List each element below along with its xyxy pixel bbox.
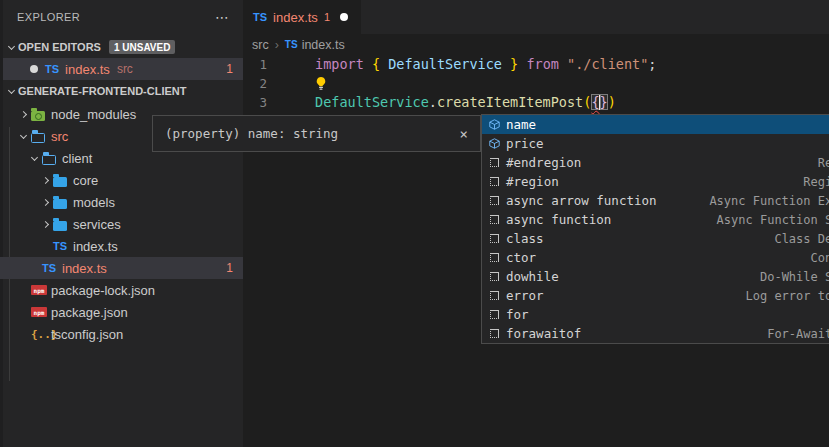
explorer-title: EXPLORER (17, 11, 215, 23)
suggestion-label: class (506, 231, 544, 246)
suggestion-ctor[interactable]: ctorConstructor (482, 248, 829, 267)
suggestion-detail: Region Start (803, 175, 829, 189)
unsaved-dot-icon[interactable] (340, 13, 348, 21)
snippet-icon (486, 231, 502, 247)
tab-error-count: 1 (324, 11, 330, 23)
tree-item-tsconfig.json[interactable]: {..}tsconfig.json (0, 323, 243, 345)
snippet-icon (486, 193, 502, 209)
suggestion-detail: Async Function Expression (709, 194, 829, 208)
suggestion-label: for (506, 307, 529, 322)
symbol-field-icon (486, 117, 502, 133)
snippet-icon (486, 269, 502, 285)
tree-item-label: index.ts (62, 261, 107, 276)
tree-item-index.ts[interactable]: TSindex.ts (0, 235, 243, 257)
breadcrumb-separator: › (275, 38, 279, 52)
chevron-down-icon[interactable] (7, 86, 14, 93)
snippet-icon (486, 212, 502, 228)
open-editors-section-header[interactable]: OPEN EDITORS 1 UNSAVED (0, 36, 243, 58)
code-line-3[interactable]: 3DefaultService.createItemItemPost({}) (243, 93, 829, 112)
suggestion-async-function[interactable]: async functionAsync Function Statement (482, 210, 829, 229)
tree-item-models[interactable]: models (0, 191, 243, 213)
explorer-sidebar: EXPLORER ⋯ OPEN EDITORS 1 UNSAVED TS ind… (0, 0, 243, 447)
folder-icon (53, 177, 67, 187)
folder-icon (53, 221, 67, 231)
folder-icon (53, 199, 67, 209)
code-area[interactable]: 1import { DefaultService } from "./clien… (243, 55, 829, 112)
snippet-icon (486, 250, 502, 266)
suggest-widget: nameprice#endregionRegion End#regionRegi… (481, 114, 829, 344)
tree-item-label: node_modules (51, 107, 136, 122)
code-line-2[interactable]: 2 (243, 74, 829, 93)
suggestion-#endregion[interactable]: #endregionRegion End (482, 153, 829, 172)
suggestion-label: #region (506, 174, 559, 189)
folder-open-icon (42, 155, 56, 165)
more-actions-icon[interactable]: ⋯ (215, 12, 229, 22)
suggestion-label: price (506, 136, 544, 151)
typescript-file-icon: TS (53, 240, 67, 252)
hover-text: (property) name: string (165, 126, 338, 141)
breadcrumb-folder[interactable]: src (252, 38, 269, 52)
snippet-icon (486, 155, 502, 171)
suggestion-forawaitof[interactable]: forawaitofFor-Await-Of Loop (482, 324, 829, 343)
explorer-header: EXPLORER ⋯ (0, 0, 243, 33)
tree-item-package.json[interactable]: npmpackage.json (0, 301, 243, 323)
suggestion-#region[interactable]: #regionRegion Start (482, 172, 829, 191)
chevron-down-icon[interactable] (31, 153, 38, 160)
chevron-right-icon[interactable] (20, 110, 27, 117)
suggestion-detail: Log error to console (746, 289, 829, 303)
suggestion-async-arrow-function[interactable]: async arrow functionAsync Function Expre… (482, 191, 829, 210)
snippet-icon (486, 174, 502, 190)
npm-icon: npm (31, 285, 47, 295)
symbol-field-icon (486, 136, 502, 152)
suggestion-error[interactable]: errorLog error to console (482, 286, 829, 305)
vscode-window: EXPLORER ⋯ OPEN EDITORS 1 UNSAVED TS ind… (0, 0, 829, 447)
tree-item-services[interactable]: services (0, 213, 243, 235)
tree-item-label: package.json (51, 305, 128, 320)
project-label: GENERATE-FRONTEND-CLIENT (18, 85, 186, 97)
error-count-badge: 1 (226, 62, 233, 76)
typescript-file-icon: TS (285, 39, 298, 50)
tab-index-ts[interactable]: TS index.ts 1 (243, 0, 361, 34)
chevron-right-icon[interactable] (42, 176, 49, 183)
npm-icon: npm (31, 307, 47, 317)
modified-dot-icon[interactable] (30, 65, 38, 73)
chevron-right-icon[interactable] (42, 198, 49, 205)
suggestion-class[interactable]: classClass Definition (482, 229, 829, 248)
line-number: 2 (243, 74, 267, 93)
open-editors-label: OPEN EDITORS (18, 41, 101, 53)
chevron-down-icon[interactable] (20, 131, 27, 138)
line-number: 1 (243, 55, 267, 74)
tree-item-label: src (51, 129, 68, 144)
lightbulb-icon[interactable] (314, 76, 328, 91)
suggestion-dowhile[interactable]: dowhileDo-While Statement (482, 267, 829, 286)
tree-item-package-lock.json[interactable]: npmpackage-lock.json (0, 279, 243, 301)
tree-item-core[interactable]: core (0, 169, 243, 191)
suggestion-detail: For-Await-Of Loop (767, 327, 829, 341)
suggestion-name[interactable]: name (482, 115, 829, 134)
suggestion-detail: Do-While Statement (760, 270, 829, 284)
suggestion-label: #endregion (506, 155, 581, 170)
tree-item-label: index.ts (73, 239, 118, 254)
typescript-file-icon: TS (42, 262, 56, 274)
tree-item-label: package-lock.json (51, 283, 155, 298)
suggestion-for[interactable]: forFor Loop (482, 305, 829, 324)
open-editor-description: src (117, 62, 133, 76)
tree-item-label: services (73, 217, 121, 232)
suggestion-detail: Async Function Statement (717, 213, 829, 227)
suggestion-label: name (506, 117, 536, 132)
open-editor-item-index-ts[interactable]: TS index.ts src 1 (0, 58, 243, 80)
breadcrumb-file[interactable]: index.ts (302, 38, 345, 52)
project-section-header[interactable]: GENERATE-FRONTEND-CLIENT (0, 80, 243, 102)
tree-item-label: client (62, 151, 92, 166)
suggestion-label: dowhile (506, 269, 559, 284)
snippet-icon (486, 307, 502, 323)
suggestion-price[interactable]: price (482, 134, 829, 153)
close-icon[interactable]: × (460, 128, 468, 140)
unsaved-badge: 1 UNSAVED (109, 40, 176, 54)
chevron-right-icon[interactable] (42, 220, 49, 227)
chevron-down-icon[interactable] (7, 42, 14, 49)
code-line-1[interactable]: 1import { DefaultService } from "./clien… (243, 55, 829, 74)
tab-label: index.ts (273, 10, 318, 25)
tree-item-index.ts[interactable]: TSindex.ts1 (0, 257, 243, 279)
suggestion-label: async arrow function (506, 193, 657, 208)
